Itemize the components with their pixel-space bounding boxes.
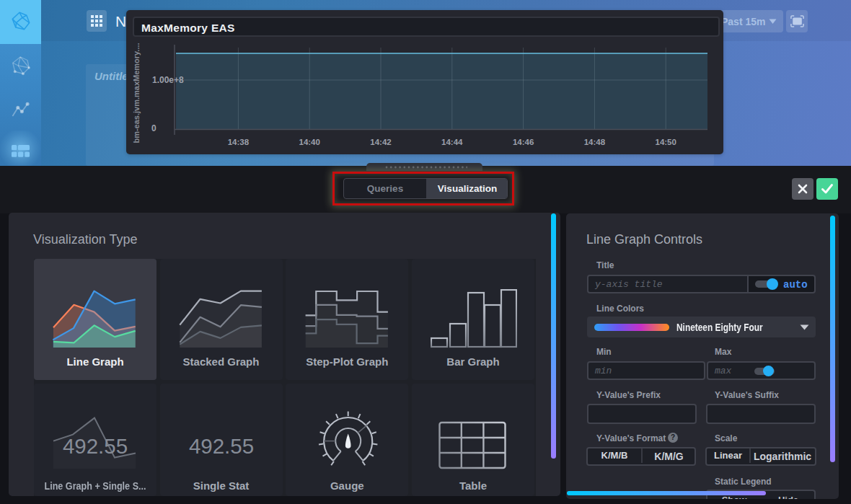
svg-text:14:44: 14:44	[441, 138, 463, 146]
svg-text:1.00e+8: 1.00e+8	[152, 75, 184, 85]
svg-text:14:50: 14:50	[655, 138, 676, 146]
svg-text:14:40: 14:40	[299, 138, 319, 146]
svg-text:492.55: 492.55	[63, 434, 128, 458]
svg-text:14:38: 14:38	[228, 138, 250, 146]
svg-text:492.55: 492.55	[188, 434, 253, 458]
svg-text:bm-eas.jvm.maxMemory....: bm-eas.jvm.maxMemory....	[132, 43, 141, 143]
svg-text:14:46: 14:46	[513, 138, 534, 146]
svg-text:14:48: 14:48	[584, 138, 606, 146]
svg-text:0: 0	[151, 123, 156, 133]
svg-text:14:42: 14:42	[370, 138, 391, 146]
